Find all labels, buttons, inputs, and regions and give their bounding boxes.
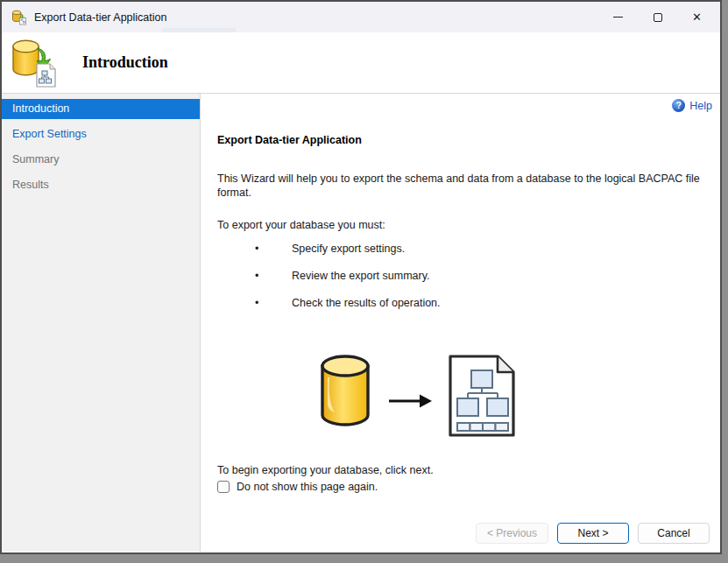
window-title: Export Data-tier Application — [34, 11, 166, 24]
sidebar-item-introduction[interactable]: Introduction — [2, 99, 200, 119]
close-icon: ✕ — [692, 11, 702, 24]
wizard-steps-sidebar: Introduction Export Settings Summary Res… — [2, 94, 201, 552]
wizard-body: Introduction Export Settings Summary Res… — [2, 94, 720, 552]
previous-button: < Previous — [476, 523, 548, 544]
titlebar-shadow-strip — [162, 28, 236, 32]
bullet-icon: • — [255, 243, 292, 255]
sidebar-item-results: Results — [2, 175, 200, 195]
bullet-item: •Review the export summary. — [255, 270, 429, 282]
wizard-content: ? Help Export Data-tier Application This… — [201, 94, 720, 552]
begin-export-text: To begin exporting your database, click … — [217, 464, 434, 476]
dont-show-checkbox[interactable] — [217, 481, 230, 493]
sidebar-item-export-settings[interactable]: Export Settings — [2, 124, 200, 144]
bullet-item: •Specify export settings. — [255, 243, 405, 255]
arrow-right-icon — [389, 395, 432, 408]
database-to-bacpac-illustration — [300, 351, 519, 440]
database-cylinder-icon — [322, 356, 368, 425]
intro-paragraph: This Wizard will help you to export the … — [217, 172, 721, 200]
bullet-text: Specify export settings. — [292, 243, 405, 255]
help-label: Help — [689, 100, 712, 112]
help-link[interactable]: ? Help — [672, 99, 712, 112]
bullet-icon: • — [255, 297, 292, 309]
titlebar: Export Data-tier Application ✕ — [2, 2, 720, 32]
content-heading: Export Data-tier Application — [217, 134, 362, 146]
bullet-text: Review the export summary. — [292, 270, 429, 282]
next-button[interactable]: Next > — [557, 523, 629, 544]
page-title: Introduction — [82, 53, 168, 72]
wizard-buttons: < Previous Next > Cancel — [476, 523, 710, 544]
bullet-text: Check the results of operation. — [292, 297, 441, 309]
window-controls: ✕ — [598, 2, 717, 32]
sidebar-item-summary: Summary — [2, 150, 200, 170]
app-database-icon — [11, 10, 27, 25]
maximize-button[interactable] — [638, 2, 677, 32]
dont-show-row: Do not show this page again. — [217, 481, 378, 493]
cancel-button[interactable]: Cancel — [638, 523, 710, 544]
minimize-icon — [613, 17, 623, 18]
list-intro-text: To export your database you must: — [217, 219, 385, 231]
bullet-item: •Check the results of operation. — [255, 297, 441, 309]
wizard-header: Introduction — [2, 32, 720, 94]
bullet-icon: • — [255, 270, 292, 282]
close-button[interactable]: ✕ — [677, 2, 717, 32]
wizard-window: Export Data-tier Application ✕ Intr — [0, 0, 722, 554]
dont-show-label: Do not show this page again. — [237, 481, 378, 493]
bacpac-file-icon — [450, 356, 513, 435]
export-database-icon — [11, 38, 58, 88]
maximize-icon — [654, 13, 662, 22]
minimize-button[interactable] — [598, 2, 638, 32]
help-icon: ? — [672, 99, 685, 112]
